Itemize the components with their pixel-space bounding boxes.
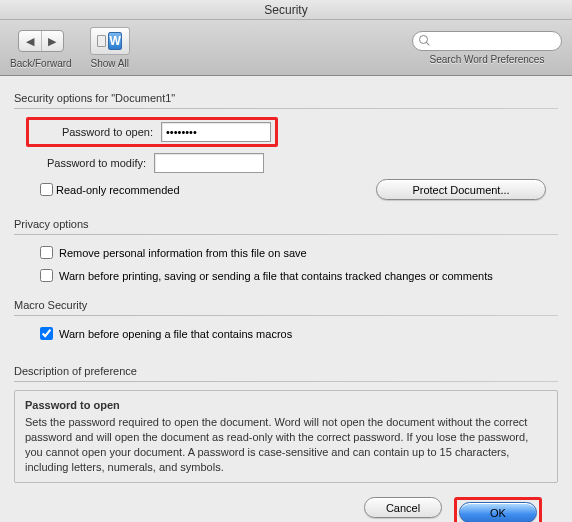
window-title: Security — [0, 0, 572, 20]
divider — [14, 381, 558, 382]
description-title: Password to open — [25, 399, 547, 411]
forward-button[interactable]: ▶ — [41, 31, 63, 52]
password-open-row: Password to open: — [26, 117, 558, 147]
privacy-options-label: Privacy options — [14, 218, 558, 232]
security-options-label: Security options for "Document1" — [14, 92, 558, 106]
dialog-footer: Cancel OK — [14, 483, 558, 522]
description-body: Sets the password required to open the d… — [25, 415, 547, 474]
search-input[interactable] — [423, 34, 565, 48]
show-all-button[interactable]: W — [90, 27, 130, 55]
divider — [14, 234, 558, 235]
warn-tracked-label: Warn before printing, saving or sending … — [59, 270, 493, 282]
word-icon: W — [108, 32, 122, 50]
macro-security-label: Macro Security — [14, 299, 558, 313]
warn-macros-row: Warn before opening a file that contains… — [36, 324, 558, 343]
readonly-protect-row: Read-only recommended Protect Document..… — [36, 179, 546, 200]
toolbar: ◀ ▶ Back/Forward W Show All Search Word … — [0, 20, 572, 76]
cancel-button[interactable]: Cancel — [364, 497, 442, 518]
password-modify-label: Password to modify: — [26, 157, 146, 169]
warn-macros-label: Warn before opening a file that contains… — [59, 328, 292, 340]
back-forward-segmented: ◀ ▶ — [18, 30, 64, 52]
password-open-label: Password to open: — [33, 126, 153, 138]
show-all-label: Show All — [91, 58, 129, 69]
password-modify-row: Password to modify: — [26, 153, 558, 173]
show-all-group: W Show All — [90, 27, 130, 69]
read-only-checkbox[interactable] — [40, 183, 53, 196]
page-icon — [97, 35, 106, 47]
warn-macros-checkbox[interactable] — [40, 327, 53, 340]
ok-highlight: OK — [454, 497, 542, 522]
preferences-pane: Security options for "Document1" Passwor… — [0, 76, 572, 522]
back-forward-label: Back/Forward — [10, 58, 72, 69]
warn-tracked-checkbox[interactable] — [40, 269, 53, 282]
divider — [14, 315, 558, 316]
back-forward-group: ◀ ▶ Back/Forward — [10, 27, 72, 69]
search-field-wrap — [412, 31, 562, 51]
divider — [14, 108, 558, 109]
back-button[interactable]: ◀ — [19, 31, 41, 52]
remove-personal-checkbox[interactable] — [40, 246, 53, 259]
description-box: Password to open Sets the password requi… — [14, 390, 558, 483]
password-modify-input[interactable] — [154, 153, 264, 173]
search-group: Search Word Preferences — [412, 31, 562, 65]
protect-document-button[interactable]: Protect Document... — [376, 179, 546, 200]
search-label: Search Word Preferences — [430, 54, 545, 65]
password-open-highlight: Password to open: — [26, 117, 278, 147]
ok-button[interactable]: OK — [459, 502, 537, 522]
warn-tracked-row: Warn before printing, saving or sending … — [36, 266, 558, 285]
remove-personal-label: Remove personal information from this fi… — [59, 247, 307, 259]
read-only-label: Read-only recommended — [56, 184, 180, 196]
password-open-input[interactable] — [161, 122, 271, 142]
description-label: Description of preference — [14, 365, 558, 379]
remove-personal-row: Remove personal information from this fi… — [36, 243, 558, 262]
